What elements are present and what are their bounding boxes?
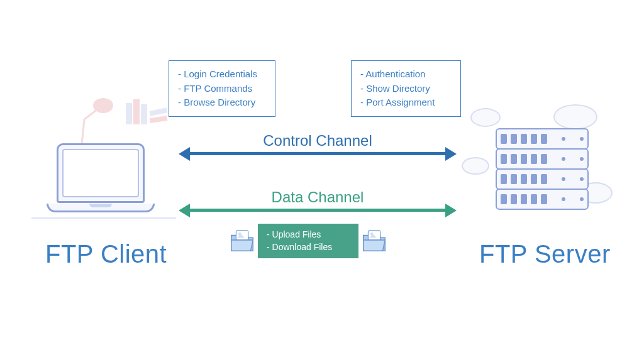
data-channel-arrow	[189, 209, 447, 212]
data-channel: Data Channel	[189, 189, 447, 212]
svg-rect-5	[149, 107, 167, 116]
client-label: FTP Client	[45, 240, 167, 268]
data-files-box: - Upload Files - Download Files	[258, 224, 358, 258]
server-rack-icon	[496, 128, 589, 209]
data-file-item: - Download Files	[267, 241, 347, 254]
control-channel: Control Channel	[189, 132, 447, 155]
control-channel-arrow	[189, 152, 447, 155]
svg-rect-6	[150, 116, 168, 123]
server-label: FTP Server	[479, 240, 611, 268]
svg-rect-3	[133, 99, 140, 124]
svg-point-0	[93, 98, 113, 113]
svg-rect-2	[126, 103, 132, 124]
svg-rect-4	[141, 104, 147, 124]
folder-icon	[360, 227, 389, 256]
lamp-icon	[75, 94, 119, 151]
data-files-row: - Upload Files - Download Files	[228, 224, 389, 258]
books-icon	[126, 90, 170, 128]
laptop-icon	[57, 143, 145, 203]
server-actions-box: - Authentication - Show Directory - Port…	[351, 60, 461, 117]
client-action-item: - Login Credentials	[178, 67, 264, 82]
data-channel-label: Data Channel	[189, 189, 447, 206]
server-action-item: - Authentication	[360, 67, 449, 82]
server-action-item: - Port Assignment	[360, 96, 449, 110]
server-illustration	[484, 119, 610, 232]
data-file-item: - Upload Files	[267, 229, 347, 241]
ftp-diagram: - Login Credentials - FTP Commands - Bro…	[0, 0, 644, 350]
client-illustration	[38, 126, 164, 232]
client-actions-box: - Login Credentials - FTP Commands - Bro…	[169, 60, 275, 117]
client-action-item: - Browse Directory	[178, 96, 264, 110]
folder-icon	[228, 227, 257, 256]
client-action-item: - FTP Commands	[178, 82, 264, 96]
control-channel-label: Control Channel	[189, 132, 447, 150]
server-action-item: - Show Directory	[360, 82, 449, 96]
